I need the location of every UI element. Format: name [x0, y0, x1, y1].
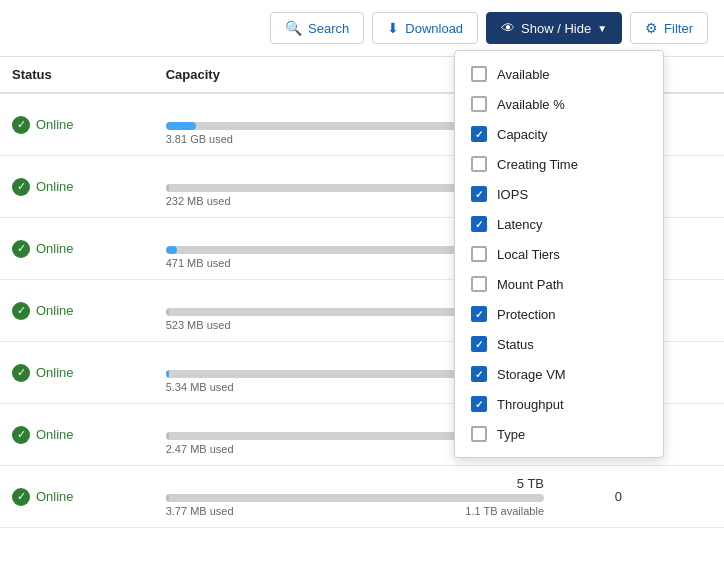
dropdown-item[interactable]: Protection [455, 299, 663, 329]
dropdown-item[interactable]: Type [455, 419, 663, 449]
filter-label: Filter [664, 21, 693, 36]
chevron-down-icon: ▼ [597, 23, 607, 34]
dropdown-item-label: Capacity [497, 127, 548, 142]
extra-cell [681, 466, 724, 528]
capacity-used: 5.34 MB used [166, 381, 234, 393]
checkbox-icon [471, 396, 487, 412]
capacity-total: 5 TB [166, 476, 544, 491]
checkbox-icon [471, 276, 487, 292]
dropdown-item[interactable]: Local Tiers [455, 239, 663, 269]
capacity-used: 3.81 GB used [166, 133, 233, 145]
status-icon: ✓ [12, 364, 30, 382]
capacity-progress-fill [166, 122, 196, 130]
checkbox-icon [471, 66, 487, 82]
capacity-progress-fill [166, 308, 170, 316]
col-status: Status [0, 57, 154, 93]
checkbox-icon [471, 186, 487, 202]
dropdown-item[interactable]: IOPS [455, 179, 663, 209]
filter-button[interactable]: ⚙ Filter [630, 12, 708, 44]
dropdown-item-label: Storage VM [497, 367, 566, 382]
capacity-used: 232 MB used [166, 195, 231, 207]
checkbox-icon [471, 246, 487, 262]
latency-cell: 0 [556, 466, 681, 528]
show-hide-button[interactable]: 👁 Show / Hide ▼ [486, 12, 622, 44]
dropdown-item-label: Local Tiers [497, 247, 560, 262]
capacity-progress-fill [166, 432, 170, 440]
eye-icon: 👁 [501, 20, 515, 36]
status-label: Online [36, 179, 74, 194]
dropdown-item-label: Latency [497, 217, 543, 232]
extra-cell [681, 404, 724, 466]
dropdown-item-label: IOPS [497, 187, 528, 202]
status-label: Online [36, 427, 74, 442]
status-cell: ✓ Online [0, 93, 154, 156]
dropdown-item[interactable]: Capacity [455, 119, 663, 149]
status-icon: ✓ [12, 302, 30, 320]
dropdown-item[interactable]: Latency [455, 209, 663, 239]
capacity-progress-fill [166, 370, 170, 378]
search-button[interactable]: 🔍 Search [270, 12, 364, 44]
table-row[interactable]: ✓ Online 5 TB 3.77 MB used 1.1 TB availa… [0, 466, 724, 528]
status-cell: ✓ Online [0, 342, 154, 404]
status-icon: ✓ [12, 426, 30, 444]
checkbox-icon [471, 216, 487, 232]
extra-cell [681, 342, 724, 404]
status-label: Online [36, 117, 74, 132]
dropdown-item-label: Throughput [497, 397, 564, 412]
dropdown-item-label: Creating Time [497, 157, 578, 172]
show-hide-dropdown: Available Available % Capacity Creating … [454, 50, 664, 458]
download-label: Download [405, 21, 463, 36]
dropdown-item-label: Status [497, 337, 534, 352]
capacity-used: 2.47 MB used [166, 443, 234, 455]
status-icon: ✓ [12, 178, 30, 196]
checkbox-icon [471, 96, 487, 112]
toolbar: 🔍 Search ⬇ Download 👁 Show / Hide ▼ ⚙ Fi… [0, 0, 724, 57]
capacity-used: 523 MB used [166, 319, 231, 331]
status-label: Online [36, 303, 74, 318]
checkbox-icon [471, 126, 487, 142]
status-cell: ✓ Online [0, 404, 154, 466]
dropdown-item-label: Mount Path [497, 277, 564, 292]
status-cell: ✓ Online [0, 466, 154, 528]
dropdown-item[interactable]: Throughput [455, 389, 663, 419]
status-label: Online [36, 489, 74, 504]
capacity-used: 3.77 MB used [166, 505, 234, 517]
checkbox-icon [471, 336, 487, 352]
extra-cell [681, 156, 724, 218]
capacity-details: 3.77 MB used 1.1 TB available [166, 505, 544, 517]
download-icon: ⬇ [387, 20, 399, 36]
download-button[interactable]: ⬇ Download [372, 12, 478, 44]
status-icon: ✓ [12, 116, 30, 134]
capacity-progress-fill [166, 246, 177, 254]
dropdown-item[interactable]: Creating Time [455, 149, 663, 179]
dropdown-item[interactable]: Storage VM [455, 359, 663, 389]
status-cell: ✓ Online [0, 218, 154, 280]
capacity-progress-bar [166, 494, 544, 502]
status-cell: ✓ Online [0, 156, 154, 218]
dropdown-item[interactable]: Mount Path [455, 269, 663, 299]
dropdown-item[interactable]: Available [455, 59, 663, 89]
status-label: Online [36, 365, 74, 380]
checkbox-icon [471, 306, 487, 322]
extra-cell [681, 93, 724, 156]
extra-cell [681, 280, 724, 342]
capacity-cell: 5 TB 3.77 MB used 1.1 TB available [154, 466, 556, 528]
checkbox-icon [471, 156, 487, 172]
capacity-available: 1.1 TB available [465, 505, 544, 517]
show-hide-label: Show / Hide [521, 21, 591, 36]
app-container: 🔍 Search ⬇ Download 👁 Show / Hide ▼ ⚙ Fi… [0, 0, 724, 566]
status-icon: ✓ [12, 240, 30, 258]
dropdown-item[interactable]: Status [455, 329, 663, 359]
extra-cell [681, 218, 724, 280]
dropdown-item-label: Available [497, 67, 550, 82]
dropdown-item-label: Protection [497, 307, 556, 322]
dropdown-item[interactable]: Available % [455, 89, 663, 119]
capacity-used: 471 MB used [166, 257, 231, 269]
status-label: Online [36, 241, 74, 256]
col-extra [681, 57, 724, 93]
checkbox-icon [471, 426, 487, 442]
checkbox-icon [471, 366, 487, 382]
dropdown-item-label: Type [497, 427, 525, 442]
capacity-progress-fill [166, 494, 170, 502]
search-label: Search [308, 21, 349, 36]
